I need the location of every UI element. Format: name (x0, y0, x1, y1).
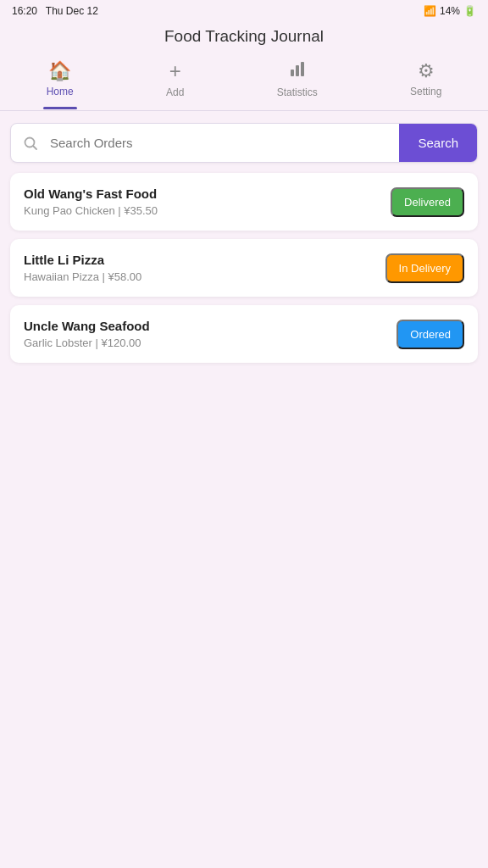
nav-item-setting[interactable]: ⚙ Setting (393, 55, 458, 103)
nav-item-home[interactable]: 🏠 Home (30, 55, 91, 103)
order-card: Little Li PizzaHawaiian Pizza | ¥58.00In… (10, 239, 478, 297)
battery-icon: 🔋 (463, 5, 476, 17)
order-info: Uncle Wang SeafoodGarlic Lobster | ¥120.… (24, 319, 150, 349)
search-icon (11, 136, 47, 151)
setting-icon: ⚙ (418, 60, 435, 82)
nav-item-statistics[interactable]: Statistics (260, 54, 335, 103)
order-card: Uncle Wang SeafoodGarlic Lobster | ¥120.… (10, 305, 478, 363)
order-info: Little Li PizzaHawaiian Pizza | ¥58.00 (24, 253, 141, 283)
home-icon: 🏠 (48, 60, 71, 82)
status-bar: 16:20 Thu Dec 12 📶 14% 🔋 (0, 0, 488, 20)
search-button[interactable]: Search (399, 124, 477, 162)
status-right: 📶 14% 🔋 (424, 5, 476, 17)
add-icon: + (169, 59, 181, 83)
search-bar: Search (10, 123, 478, 163)
svg-rect-2 (301, 62, 304, 76)
order-info: Old Wang's Fast FoodKung Pao Chicken | ¥… (24, 186, 158, 217)
order-detail: Kung Pao Chicken | ¥35.50 (24, 204, 158, 217)
nav-label-add: Add (166, 86, 184, 98)
nav-label-statistics: Statistics (277, 86, 318, 98)
svg-rect-1 (296, 65, 299, 76)
svg-rect-0 (291, 70, 294, 76)
nav-label-setting: Setting (410, 86, 441, 97)
svg-line-4 (34, 146, 37, 149)
order-name: Little Li Pizza (24, 253, 141, 267)
search-section: Search (0, 111, 488, 173)
nav-bar: 🏠 Home + Add Statistics ⚙ Setting (0, 54, 488, 111)
order-detail: Garlic Lobster | ¥120.00 (24, 337, 150, 349)
status-badge[interactable]: In Delivery (385, 253, 464, 283)
order-detail: Hawaiian Pizza | ¥58.00 (24, 270, 141, 283)
statistics-icon (288, 59, 307, 83)
status-time: 16:20 Thu Dec 12 (12, 5, 98, 17)
search-input[interactable] (47, 124, 399, 162)
order-card: Old Wang's Fast FoodKung Pao Chicken | ¥… (10, 173, 478, 231)
nav-item-add[interactable]: + Add (149, 54, 201, 103)
status-badge[interactable]: Ordered (396, 320, 464, 349)
app-title: Food Tracking Journal (0, 20, 488, 54)
wifi-icon: 📶 (424, 5, 436, 17)
order-name: Uncle Wang Seafood (24, 319, 150, 333)
battery-percentage: 14% (440, 5, 460, 17)
status-badge[interactable]: Delivered (391, 187, 464, 217)
order-name: Old Wang's Fast Food (24, 186, 158, 201)
nav-label-home: Home (47, 86, 74, 97)
svg-point-3 (25, 137, 35, 147)
order-list: Old Wang's Fast FoodKung Pao Chicken | ¥… (0, 173, 488, 363)
